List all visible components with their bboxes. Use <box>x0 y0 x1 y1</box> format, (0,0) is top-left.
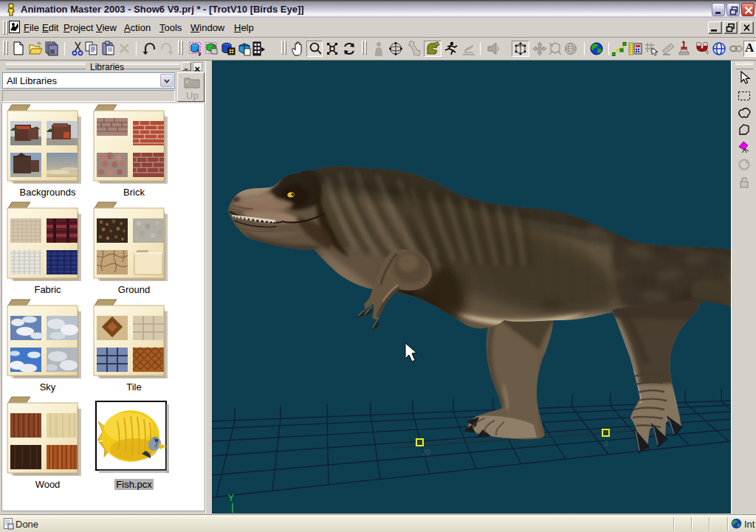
svg-text:0: 0 <box>604 440 608 448</box>
svg-text:Y: Y <box>228 493 234 503</box>
svg-text:20: 20 <box>422 449 431 457</box>
